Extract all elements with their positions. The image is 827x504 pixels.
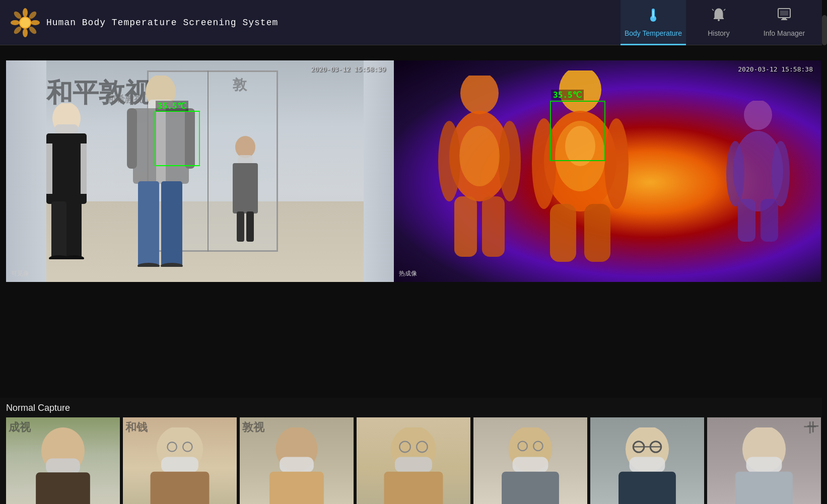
nav-label-body-temperature: Body Temperature xyxy=(625,29,682,37)
person-left-silhouette xyxy=(34,103,99,259)
svg-rect-81 xyxy=(384,472,443,504)
svg-point-9 xyxy=(20,18,30,28)
capture-thumbnail-3[interactable]: 敦视 热成像 35.9℃ xyxy=(240,417,354,504)
svg-point-3 xyxy=(11,20,20,25)
nav-item-history[interactable]: History xyxy=(686,0,751,45)
svg-rect-73 xyxy=(151,472,210,504)
svg-rect-68 xyxy=(36,472,90,504)
svg-rect-67 xyxy=(46,459,80,474)
detection-box-thermal: 35.5℃ xyxy=(550,101,605,161)
detection-temp-thermal: 35.5℃ xyxy=(551,90,584,100)
monitor-icon xyxy=(776,7,792,26)
capture-img-3: 敦视 xyxy=(240,417,354,504)
svg-rect-18 xyxy=(780,11,788,16)
detection-temp-normal: 35.5℃ xyxy=(156,101,188,111)
capture-img-4 xyxy=(357,417,470,504)
nav-item-body-temperature[interactable]: Body Temperature xyxy=(621,0,686,45)
normal-cam-timestamp: 2020-03-12 15:58:39 xyxy=(311,65,386,73)
svg-line-16 xyxy=(724,9,725,11)
svg-rect-27 xyxy=(66,201,82,259)
chinese-overlay-text2: 敦 xyxy=(233,76,247,95)
svg-rect-57 xyxy=(584,204,610,262)
top-spacer xyxy=(0,45,827,55)
svg-point-45 xyxy=(460,76,499,114)
detection-box-normal: 35.5℃ xyxy=(155,111,200,166)
capture-thumbnail-5[interactable]: 热成像 36.1℃ xyxy=(473,417,587,504)
svg-rect-49 xyxy=(454,196,477,257)
svg-rect-80 xyxy=(395,457,432,472)
overlay-text-1: 成视 xyxy=(9,420,31,435)
main-nav: Body Temperature History xyxy=(621,0,817,45)
svg-point-4 xyxy=(31,20,40,25)
capture-thumbnail-7[interactable]: 十 十 热成像 36.1℃ xyxy=(707,417,821,504)
svg-rect-75 xyxy=(280,457,314,472)
wall-right xyxy=(364,60,394,282)
svg-rect-50 xyxy=(482,196,505,257)
svg-point-47 xyxy=(438,121,460,201)
svg-rect-72 xyxy=(161,457,198,472)
svg-point-2 xyxy=(23,28,28,37)
capture-img-2: 和钱 xyxy=(123,417,237,504)
capture-img-6 xyxy=(590,417,704,504)
capture-thumbnail-4[interactable]: 热成像 36.3℃ xyxy=(357,417,470,504)
svg-rect-92 xyxy=(618,472,676,504)
app-logo-icon xyxy=(10,8,40,38)
nav-label-history: History xyxy=(708,29,730,37)
thermal-cam-timestamp: 2020-03-12 15:58:38 xyxy=(738,65,813,73)
capture-thumbnail-grid: 成视 热成像 36.1℃ 和钱 热成像 36.3℃ xyxy=(6,417,821,504)
capture-thumbnail-6[interactable]: 热成像 36.1℃ xyxy=(590,417,704,504)
normal-cam-label: 可见像 xyxy=(11,269,29,278)
thermal-camera-feed: 35.5℃ 2020-03-12 15:58:38 热成像 xyxy=(394,60,821,282)
bottom-capture-section: Normal Capture 成视 热成像 36.1℃ xyxy=(0,398,827,504)
thermal-person-left xyxy=(434,76,525,257)
svg-rect-19 xyxy=(782,18,786,19)
overlay-text-2: 和钱 xyxy=(125,420,148,435)
svg-rect-76 xyxy=(269,472,324,504)
capture-thumbnail-1[interactable]: 成视 热成像 36.1℃ xyxy=(6,417,120,504)
svg-point-1 xyxy=(23,8,28,17)
svg-point-40 xyxy=(235,136,255,158)
svg-rect-24 xyxy=(46,143,52,194)
svg-rect-94 xyxy=(746,457,782,472)
svg-rect-44 xyxy=(246,211,254,242)
svg-point-60 xyxy=(744,101,772,130)
capture-img-5 xyxy=(473,417,587,504)
overlay-text-7: 十 xyxy=(804,420,816,436)
capture-face-4 xyxy=(368,427,459,504)
svg-rect-86 xyxy=(502,472,559,504)
svg-point-48 xyxy=(499,121,521,201)
thermometer-icon xyxy=(645,7,661,26)
mid-spacer xyxy=(6,282,821,393)
video-row: 和平敦视 敦 和希敦视 xyxy=(6,60,821,282)
capture-face-7 xyxy=(719,427,810,504)
svg-rect-64 xyxy=(738,199,755,242)
svg-rect-12 xyxy=(653,11,654,18)
svg-point-51 xyxy=(459,126,500,186)
svg-rect-85 xyxy=(513,457,548,472)
capture-section-label: Normal Capture xyxy=(6,403,821,413)
svg-rect-56 xyxy=(550,204,576,262)
logo-area: Human Body Temperature Screening System xyxy=(10,8,278,38)
nav-label-info-manager: Info Manager xyxy=(764,29,805,37)
normal-camera-feed: 和平敦视 敦 和希敦视 xyxy=(6,60,394,282)
svg-point-55 xyxy=(604,118,629,209)
capture-thumbnail-2[interactable]: 和钱 热成像 36.3℃ xyxy=(123,417,237,504)
svg-rect-42 xyxy=(233,163,258,213)
capture-face-5 xyxy=(485,427,576,504)
svg-line-15 xyxy=(712,9,714,11)
capture-img-7: 十 十 xyxy=(707,417,821,504)
scrollbar-thumb[interactable] xyxy=(822,15,827,45)
svg-rect-37 xyxy=(161,181,182,267)
svg-rect-36 xyxy=(138,181,159,267)
scrollbar[interactable] xyxy=(822,0,827,504)
svg-point-63 xyxy=(772,141,790,206)
svg-rect-41 xyxy=(238,155,253,164)
svg-rect-43 xyxy=(237,211,244,242)
nav-item-info-manager[interactable]: Info Manager xyxy=(751,0,817,45)
thermal-cam-label: 热成像 xyxy=(399,269,417,278)
capture-face-2 xyxy=(134,427,226,504)
svg-point-14 xyxy=(718,19,720,21)
svg-point-62 xyxy=(726,141,744,206)
capture-face-6 xyxy=(602,427,693,504)
svg-rect-26 xyxy=(51,201,66,259)
